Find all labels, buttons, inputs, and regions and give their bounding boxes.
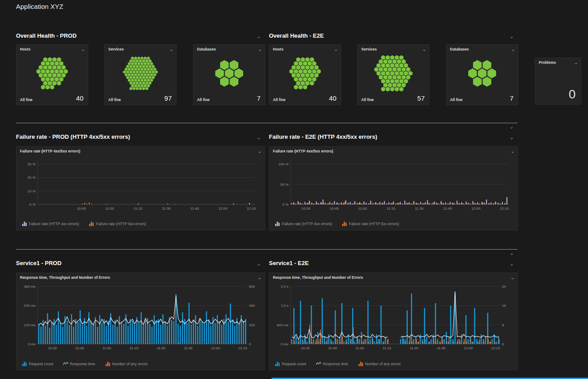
svg-text:10:30: 10:30: [301, 346, 310, 350]
svg-text:11:15: 11:15: [383, 346, 391, 350]
chart-title: Response time, Throughput and Number of …: [273, 275, 363, 280]
chevron-down-icon[interactable]: ⌄: [257, 275, 262, 280]
svg-text:11:00: 11:00: [103, 346, 111, 350]
svg-text:12:15: 12:15: [491, 346, 501, 350]
chevron-down-icon[interactable]: ⌄: [510, 275, 515, 280]
hex-grid: [193, 54, 265, 93]
svg-text:10:45: 10:45: [328, 346, 337, 350]
chart-tile-failure-prod[interactable]: Failure rate (HTTP 4xx/5xx errors) ⌄ 0 %…: [16, 146, 265, 231]
section-title-overall-health-e2e: Overall Health - E2E: [269, 32, 324, 39]
health-tile-databases-prod[interactable]: Databases ⌄ All fine 7: [193, 44, 265, 105]
chevron-down-icon[interactable]: ⌄: [169, 47, 174, 51]
legend-item[interactable]: Response time: [63, 361, 95, 366]
chevron-down-icon[interactable]: ⌄: [422, 47, 426, 51]
svg-text:0 %: 0 %: [29, 203, 36, 207]
legend-item[interactable]: Request count: [275, 361, 306, 366]
svg-text:0: 0: [502, 342, 504, 346]
tile-header: Databases ⌄: [197, 47, 262, 51]
service1-e2e-chart[interactable]: 0 ms800 ms1.6 s2.4 s08162410:3010:4511:0…: [272, 284, 515, 351]
svg-text:600: 600: [249, 285, 255, 289]
chart-tile-failure-e2e[interactable]: Failure rate (HTTP 4xx/5xx errors) ⌄ 0 %…: [269, 146, 518, 231]
count-value: 40: [329, 94, 336, 102]
svg-text:240 ms: 240 ms: [24, 304, 36, 308]
legend-item[interactable]: Failure rate (HTTP 4xx errors): [275, 221, 332, 226]
failure-prod-chart[interactable]: 0 %10 %20 %30 %10:4511:0011:1511:3011:45…: [19, 157, 262, 211]
legend-item[interactable]: Number of any errors: [358, 361, 401, 366]
svg-text:1.6 s: 1.6 s: [281, 304, 288, 308]
svg-text:12:15: 12:15: [500, 207, 509, 211]
health-tile-databases-e2e[interactable]: Databases ⌄ All fine 7: [446, 44, 518, 105]
count-value: 40: [76, 94, 83, 102]
problems-tile[interactable]: Problems ⌄ 0: [535, 58, 581, 105]
svg-text:11:00: 11:00: [358, 207, 367, 211]
svg-text:0 ms: 0 ms: [28, 342, 36, 346]
bar-series-icon: [342, 221, 347, 226]
chevron-down-icon[interactable]: ⌄: [509, 262, 514, 266]
tile-header: Hosts ⌄: [273, 47, 338, 51]
count-value: 57: [417, 94, 425, 102]
section-divider: [16, 123, 517, 123]
tile-header: Failure rate (HTTP 4xx/5xx errors) ⌄: [273, 149, 515, 153]
legend-item[interactable]: Request count: [22, 361, 53, 366]
svg-text:10:30: 10:30: [301, 207, 311, 211]
svg-text:11:15: 11:15: [130, 346, 138, 350]
status-label: All fine: [273, 98, 285, 102]
chevron-down-icon[interactable]: ⌄: [334, 47, 338, 51]
svg-text:30 %: 30 %: [28, 162, 36, 166]
legend-label: Request count: [29, 362, 53, 366]
failure-e2e-chart[interactable]: 0 %50 %100 %10:3010:4511:0011:1511:3011:…: [272, 157, 515, 211]
chevron-down-icon[interactable]: ⌄: [257, 135, 261, 140]
chart-title: Failure rate (HTTP 4xx/5xx errors): [273, 149, 333, 153]
status-label: All fine: [450, 98, 462, 102]
section-title-failure-prod: Failure rate - PROD (HTTP 4xx/5xx errors…: [16, 133, 130, 140]
chevron-down-icon[interactable]: ⌄: [511, 47, 515, 51]
legend-label: Failure rate (HTTP 4xx errors): [282, 222, 332, 226]
svg-text:11:15: 11:15: [387, 207, 395, 211]
chevron-down-icon[interactable]: ⌄: [257, 34, 261, 39]
legend-item[interactable]: Failure rate (HTTP 5xx errors): [342, 221, 399, 226]
svg-text:12:00: 12:00: [464, 346, 473, 350]
chart-tile-service1-prod[interactable]: Response time, Throughput and Number of …: [16, 273, 265, 370]
health-tile-services-prod[interactable]: Services ⌄ All fine 97: [104, 44, 177, 105]
chevron-down-icon[interactable]: ⌄: [257, 149, 262, 153]
chevron-down-icon[interactable]: ⌄: [258, 47, 262, 51]
health-tile-hosts-e2e[interactable]: Hosts ⌄ All fine 40: [269, 44, 341, 105]
legend-item[interactable]: Failure rate (HTTP 5xx errors): [89, 221, 146, 226]
section-title-overall-health-prod: Overall Health - PROD: [16, 32, 77, 39]
chevron-down-icon[interactable]: ⌄: [509, 125, 514, 129]
chevron-down-icon[interactable]: ⌄: [257, 262, 261, 266]
chevron-down-icon[interactable]: ⌄: [81, 47, 85, 51]
svg-text:200: 200: [249, 323, 255, 327]
tile-header: Databases ⌄: [450, 47, 515, 51]
status-label: All fine: [197, 98, 209, 102]
bar-series-icon: [358, 361, 363, 366]
page-title: Application XYZ: [16, 3, 63, 10]
tile-title: Hosts: [273, 47, 284, 51]
legend-item[interactable]: Failure rate (HTTP 4xx errors): [22, 221, 79, 226]
svg-text:20 %: 20 %: [28, 176, 36, 180]
svg-text:100 %: 100 %: [278, 162, 288, 166]
chevron-down-icon[interactable]: ⌄: [509, 251, 514, 255]
bar-series-icon: [89, 221, 94, 226]
health-tile-hosts-prod[interactable]: Hosts ⌄ All fine 40: [16, 44, 88, 105]
chevron-down-icon[interactable]: ⌄: [574, 60, 578, 65]
chevron-down-icon[interactable]: ⌄: [509, 135, 514, 140]
chevron-down-icon[interactable]: ⌄: [510, 149, 515, 153]
legend-item[interactable]: Number of any errors: [105, 361, 148, 366]
legend-item[interactable]: Response time: [316, 361, 348, 366]
bar-series-icon: [22, 221, 27, 226]
svg-text:0 %: 0 %: [282, 203, 288, 207]
service1-prod-chart[interactable]: 0 ms120 ms240 ms360 ms020040060010:3010:…: [19, 284, 262, 351]
svg-text:10 %: 10 %: [28, 189, 36, 193]
svg-text:11:45: 11:45: [443, 207, 452, 211]
svg-text:12:00: 12:00: [211, 346, 220, 350]
chevron-down-icon[interactable]: ⌄: [509, 34, 514, 39]
health-tile-services-e2e[interactable]: Services ⌄ All fine 57: [357, 44, 430, 105]
tile-header: Problems ⌄: [539, 60, 578, 65]
tile-header: Failure rate (HTTP 4xx/5xx errors) ⌄: [20, 149, 262, 153]
chart-tile-service1-e2e[interactable]: Response time, Throughput and Number of …: [269, 273, 518, 370]
tile-title: Services: [361, 47, 377, 51]
tile-header: Services ⌄: [108, 47, 174, 51]
section-title-failure-e2e: Failure rate - E2E (HTTP 4xx/5xx errors): [269, 133, 377, 140]
line-series-icon: [63, 361, 68, 366]
